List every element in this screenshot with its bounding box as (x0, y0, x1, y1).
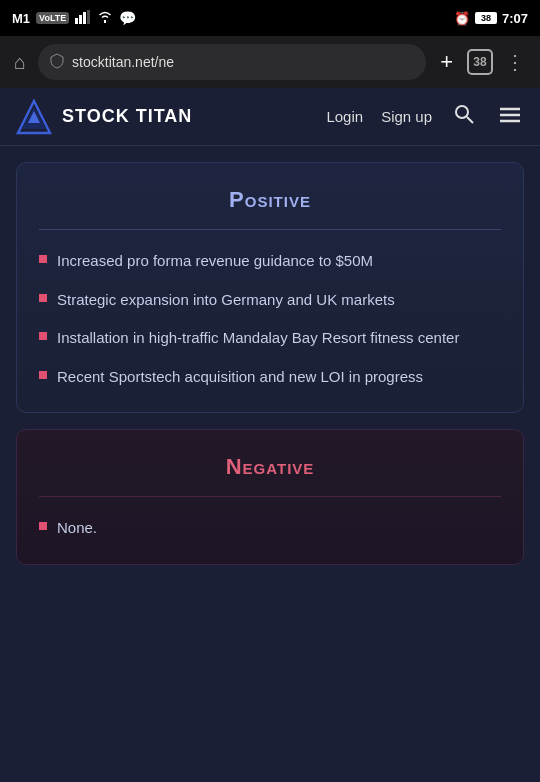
menu-button[interactable]: ⋮ (501, 46, 530, 78)
svg-rect-1 (79, 15, 82, 24)
negative-divider (39, 496, 501, 497)
negative-bullet-list: None. (39, 517, 501, 540)
signup-link[interactable]: Sign up (381, 108, 432, 125)
status-left: M1 VoLTE 💬 (12, 10, 136, 27)
url-text: stocktitan.net/ne (72, 54, 174, 70)
svg-rect-3 (87, 10, 90, 24)
tabs-button[interactable]: 38 (467, 49, 493, 75)
logo-icon (16, 99, 52, 135)
wifi-icon (97, 10, 113, 26)
bullet-icon (39, 371, 47, 379)
positive-section: Positive Increased pro forma revenue gui… (16, 162, 524, 413)
main-content: Positive Increased pro forma revenue gui… (0, 162, 540, 565)
list-item: Recent Sportstech acquisition and new LO… (39, 366, 501, 389)
bullet-text: Installation in high-traffic Mandalay Ba… (57, 327, 459, 350)
nav-bar: STOCK TITAN Login Sign up (0, 88, 540, 146)
list-item: None. (39, 517, 501, 540)
logo: STOCK TITAN (16, 99, 192, 135)
positive-bullet-list: Increased pro forma revenue guidance to … (39, 250, 501, 388)
home-button[interactable]: ⌂ (10, 47, 30, 78)
bullet-icon (39, 255, 47, 263)
new-tab-button[interactable]: + (434, 45, 459, 79)
signal-icon (75, 10, 91, 27)
bullet-text: None. (57, 517, 97, 540)
bullet-text: Increased pro forma revenue guidance to … (57, 250, 373, 273)
svg-point-6 (456, 106, 468, 118)
list-item: Installation in high-traffic Mandalay Ba… (39, 327, 501, 350)
positive-title: Positive (39, 187, 501, 213)
volte-badge: VoLTE (36, 12, 69, 24)
search-button[interactable] (450, 100, 478, 133)
list-item: Strategic expansion into Germany and UK … (39, 289, 501, 312)
carrier-label: M1 (12, 11, 30, 26)
hamburger-menu-button[interactable] (496, 101, 524, 132)
security-icon (50, 53, 64, 72)
battery-icon: 38 (475, 12, 497, 24)
bullet-text: Strategic expansion into Germany and UK … (57, 289, 395, 312)
logo-text: STOCK TITAN (62, 106, 192, 127)
time-display: 7:07 (502, 11, 528, 26)
status-right: ⏰ 38 7:07 (454, 11, 528, 26)
nav-links: Login Sign up (326, 100, 524, 133)
svg-rect-2 (83, 12, 86, 24)
negative-section: Negative None. (16, 429, 524, 565)
bullet-icon (39, 294, 47, 302)
bullet-text: Recent Sportstech acquisition and new LO… (57, 366, 423, 389)
list-item: Increased pro forma revenue guidance to … (39, 250, 501, 273)
svg-line-7 (467, 117, 473, 123)
browser-bar: ⌂ stocktitan.net/ne + 38 ⋮ (0, 36, 540, 88)
bullet-icon (39, 522, 47, 530)
bullet-icon (39, 332, 47, 340)
alarm-icon: ⏰ (454, 11, 470, 26)
login-link[interactable]: Login (326, 108, 363, 125)
negative-title: Negative (39, 454, 501, 480)
positive-divider (39, 229, 501, 230)
url-bar[interactable]: stocktitan.net/ne (38, 44, 426, 80)
status-bar: M1 VoLTE 💬 ⏰ 38 7:07 (0, 0, 540, 36)
svg-rect-0 (75, 18, 78, 24)
whatsapp-icon: 💬 (119, 10, 136, 26)
